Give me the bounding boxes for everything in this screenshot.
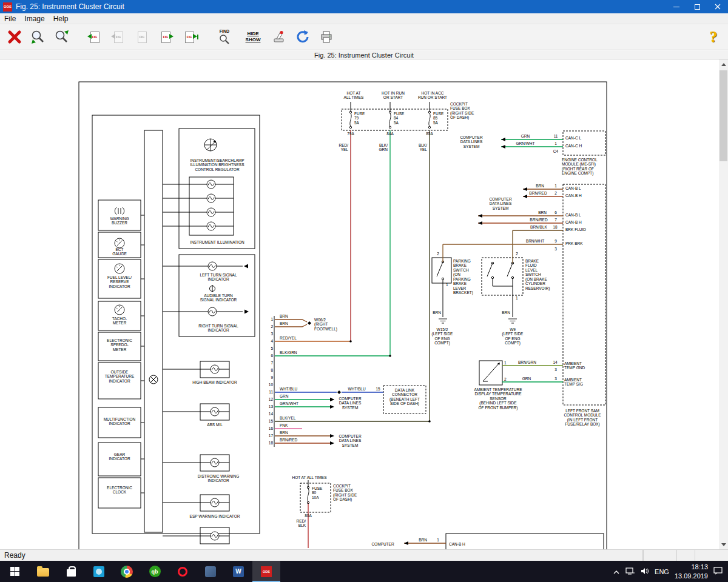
windows-logo-icon [10,567,19,576]
menu-help[interactable]: Help [49,13,73,24]
label-canb2-t1: CAN-B L [565,213,581,217]
label-canb2-w2: BRN/RED [525,218,552,222]
fig-label: FIG [187,35,192,39]
label-amb-sub1: 3 [551,367,561,372]
folder-icon [37,568,49,577]
scroll-thumb[interactable] [720,70,727,161]
label-pin-15: 15 [374,387,382,391]
scroll-up-button[interactable] [719,59,728,69]
fuse-icon [307,486,309,503]
label-prk-wire: BRN/WHT [521,239,550,243]
label-fuse85: FUSE 85 5A [433,112,443,125]
scroll-down-button[interactable] [719,540,728,549]
red-x-icon [7,29,22,45]
first-figure-button[interactable]: FIG [84,26,106,48]
label-cdl-3: COMPUTER DATA LINES SYSTEM [334,396,366,410]
pin-number: 4 [265,339,273,343]
store-bag-icon [67,569,76,577]
taskbar-app-quickbooks[interactable]: qb [141,561,169,582]
print-button[interactable] [315,26,337,48]
label-unit-speedometer: ELECTRONIC SPEEDO- METER [99,338,140,352]
label-ambient-sensor: AMBIENT TEMPERATURE DISPLAY TEMPERATURE … [471,387,525,410]
green-arrow-right-icon [193,34,197,39]
clock-time: 18:13 [675,563,708,571]
close-figure-button[interactable] [4,26,25,48]
wire-label: GRN/WHT [280,401,298,406]
hide-label: HIDE [247,31,258,37]
volume-tray-icon[interactable] [641,566,649,577]
network-tray-icon[interactable] [625,566,635,577]
lamp-icon [211,365,219,373]
figure-list-button[interactable]: FIG [131,26,153,48]
taskbar-app-8[interactable] [197,561,224,582]
app-icon[interactable]: ODS [3,2,12,12]
start-button[interactable] [0,561,29,582]
zoom-out-region-button[interactable] [51,26,73,48]
menu-file[interactable]: File [0,13,20,24]
next-figure-button[interactable]: FIG [155,26,177,48]
label-fuse79: FUSE 79 5A [354,112,365,125]
gauge-icon [115,264,124,273]
help-button[interactable]: ? [703,26,724,48]
help-question-icon: ? [710,28,718,46]
taskbar-app-store[interactable] [57,561,85,582]
prev-figure-button[interactable]: FIG [107,26,129,48]
find-magnifier-icon [219,34,230,45]
ods-icon: ODS [261,566,272,577]
pin-number: 7 [265,361,273,365]
label-amb-mp1: 14 [550,360,561,364]
taskbar-clock[interactable]: 18:13 13.09.2019 [675,563,708,580]
action-center-button[interactable] [713,566,723,577]
wire-label: RED/YEL [280,336,297,340]
markup-button[interactable] [268,26,290,48]
label-cockpit-fusebox-top: COCKPIT FUSE BOX (RIGHT SIDE OF DASH) [450,102,474,120]
wire-label: BRN [280,430,288,435]
taskbar-app-chrome[interactable] [113,561,141,582]
label-wire-blkyel: BLK/ YEL [413,143,427,152]
label-c4: C4 [551,149,561,153]
label-pin-84a: 84A [383,132,397,136]
hide-show-button[interactable]: HIDE SHOW [240,26,266,48]
label-amb-w1: BRN/GRN [513,360,541,364]
refresh-button[interactable] [292,26,314,48]
ground-icon [439,319,447,323]
close-button[interactable] [707,0,728,13]
toolbar: FIG FIG FIG FIG FIG FIND HIDE SHOW [0,24,728,50]
gauge-icon [115,238,124,248]
label-canc-h: CAN-C H [565,144,582,148]
label-w06-2: W06/2 (RIGHT FOOTWELL) [314,318,337,331]
zoom-in-region-button[interactable] [27,26,49,48]
minimize-button[interactable] [666,0,687,13]
maximize-button[interactable] [687,0,707,13]
green-bar-icon [197,35,198,39]
label-bottom-brn: BRN [414,538,432,542]
statusbar: Ready [0,549,728,561]
lamp-icon [211,407,219,416]
taskbar-app-ods[interactable]: ODS [252,561,280,582]
taskbar-app-file-explorer[interactable] [29,561,57,582]
wire-label: GRN [280,394,288,398]
refresh-icon [295,30,310,44]
menu-image[interactable]: Image [20,13,49,24]
pin-number: 16 [265,426,273,430]
lamp-icon [207,222,215,230]
label-audible-turn: AUDIBLE TURN SIGNAL INDICATOR [189,293,248,303]
taskbar-app-opera[interactable] [169,561,197,582]
menubar: File Image Help [0,13,728,24]
photos-icon [93,566,104,577]
label-high-beam: HIGH BEAM INDICATOR [182,380,248,384]
green-arrow-left-icon [111,34,115,39]
fig-label: FIG [140,35,144,39]
scroll-down-icon [721,543,726,546]
label-left-turn: LEFT TURN SIGNAL INDICATOR [188,273,249,282]
lamp-icon [211,532,219,540]
taskbar-app-word[interactable]: W [224,561,252,582]
wire-label: BLK/YEL [280,416,295,420]
taskbar-app-photos[interactable] [85,561,113,582]
vertical-scrollbar[interactable] [719,59,728,549]
zoom-out-icon [53,28,70,45]
tray-expand-button[interactable] [613,566,620,577]
find-button[interactable]: FIND [211,26,238,48]
last-figure-button[interactable]: FIG [178,26,200,48]
language-indicator[interactable]: ENG [655,568,669,575]
